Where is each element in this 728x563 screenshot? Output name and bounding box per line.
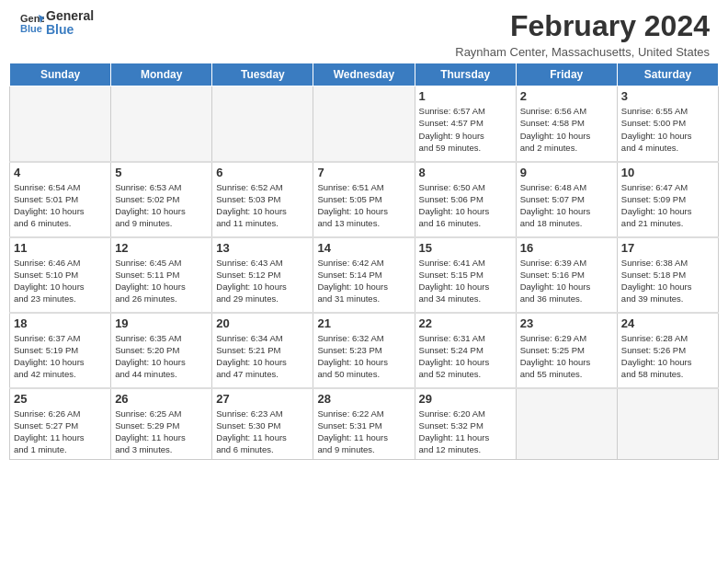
day-detail: Sunrise: 6:38 AMSunset: 5:18 PMDaylight:… <box>621 257 714 305</box>
calendar-cell: 12Sunrise: 6:45 AMSunset: 5:11 PMDayligh… <box>111 237 212 313</box>
day-detail: Sunrise: 6:53 AMSunset: 5:02 PMDaylight:… <box>115 181 208 230</box>
day-detail: Sunrise: 6:46 AMSunset: 5:10 PMDaylight:… <box>14 257 107 305</box>
day-header-monday: Monday <box>111 63 212 86</box>
day-detail: Sunrise: 6:52 AMSunset: 5:03 PMDaylight:… <box>216 181 309 230</box>
week-row-4: 25Sunrise: 6:26 AMSunset: 5:27 PMDayligh… <box>10 388 719 460</box>
day-detail: Sunrise: 6:50 AMSunset: 5:06 PMDaylight:… <box>419 181 512 230</box>
calendar-cell <box>516 388 617 460</box>
day-header-friday: Friday <box>516 63 617 86</box>
calendar-cell: 14Sunrise: 6:42 AMSunset: 5:14 PMDayligh… <box>313 237 415 313</box>
day-header-thursday: Thursday <box>415 63 516 86</box>
calendar-cell: 29Sunrise: 6:20 AMSunset: 5:32 PMDayligh… <box>415 388 516 460</box>
calendar-cell: 18Sunrise: 6:37 AMSunset: 5:19 PMDayligh… <box>10 313 111 388</box>
month-title: February 2024 <box>455 9 710 43</box>
calendar-cell: 20Sunrise: 6:34 AMSunset: 5:21 PMDayligh… <box>212 313 313 388</box>
day-detail: Sunrise: 6:55 AMSunset: 5:00 PMDaylight:… <box>621 105 714 154</box>
calendar-cell: 2Sunrise: 6:56 AMSunset: 4:58 PMDaylight… <box>516 86 617 162</box>
day-number: 6 <box>216 166 309 179</box>
calendar-cell: 9Sunrise: 6:48 AMSunset: 5:07 PMDaylight… <box>516 162 617 237</box>
calendar-cell: 3Sunrise: 6:55 AMSunset: 5:00 PMDaylight… <box>617 86 718 162</box>
calendar-cell: 27Sunrise: 6:23 AMSunset: 5:30 PMDayligh… <box>212 388 313 460</box>
calendar-cell <box>313 86 415 162</box>
logo-icon: General Blue <box>18 10 44 36</box>
day-detail: Sunrise: 6:48 AMSunset: 5:07 PMDaylight:… <box>520 181 613 230</box>
day-number: 25 <box>14 392 107 406</box>
calendar-cell: 23Sunrise: 6:29 AMSunset: 5:25 PMDayligh… <box>516 313 617 388</box>
day-number: 11 <box>14 241 107 255</box>
week-row-0: 1Sunrise: 6:57 AMSunset: 4:57 PMDaylight… <box>10 86 719 162</box>
calendar-cell: 13Sunrise: 6:43 AMSunset: 5:12 PMDayligh… <box>212 237 313 313</box>
day-detail: Sunrise: 6:39 AMSunset: 5:16 PMDaylight:… <box>520 257 613 305</box>
calendar-table: SundayMondayTuesdayWednesdayThursdayFrid… <box>9 63 719 460</box>
day-number: 23 <box>520 316 613 330</box>
day-detail: Sunrise: 6:20 AMSunset: 5:32 PMDaylight:… <box>419 408 512 456</box>
calendar-cell: 28Sunrise: 6:22 AMSunset: 5:31 PMDayligh… <box>313 388 415 460</box>
calendar-cell: 15Sunrise: 6:41 AMSunset: 5:15 PMDayligh… <box>415 237 516 313</box>
day-number: 27 <box>216 392 309 406</box>
day-detail: Sunrise: 6:41 AMSunset: 5:15 PMDaylight:… <box>419 257 512 305</box>
day-number: 21 <box>317 316 410 330</box>
calendar-cell: 1Sunrise: 6:57 AMSunset: 4:57 PMDaylight… <box>415 86 516 162</box>
day-detail: Sunrise: 6:31 AMSunset: 5:24 PMDaylight:… <box>419 332 512 381</box>
calendar-cell: 25Sunrise: 6:26 AMSunset: 5:27 PMDayligh… <box>10 388 111 460</box>
day-number: 13 <box>216 241 309 255</box>
calendar-cell: 22Sunrise: 6:31 AMSunset: 5:24 PMDayligh… <box>415 313 516 388</box>
day-number: 20 <box>216 316 309 330</box>
day-detail: Sunrise: 6:26 AMSunset: 5:27 PMDaylight:… <box>14 408 107 456</box>
day-detail: Sunrise: 6:28 AMSunset: 5:26 PMDaylight:… <box>621 332 714 381</box>
calendar-body: 1Sunrise: 6:57 AMSunset: 4:57 PMDaylight… <box>10 86 719 460</box>
day-detail: Sunrise: 6:23 AMSunset: 5:30 PMDaylight:… <box>216 408 309 456</box>
day-detail: Sunrise: 6:34 AMSunset: 5:21 PMDaylight:… <box>216 332 309 381</box>
logo-general: General <box>46 9 94 23</box>
calendar-cell <box>212 86 313 162</box>
day-number: 9 <box>520 166 613 179</box>
day-number: 28 <box>317 392 410 406</box>
day-detail: Sunrise: 6:51 AMSunset: 5:05 PMDaylight:… <box>317 181 410 230</box>
day-number: 24 <box>621 316 714 330</box>
day-detail: Sunrise: 6:42 AMSunset: 5:14 PMDaylight:… <box>317 257 410 305</box>
calendar-cell: 21Sunrise: 6:32 AMSunset: 5:23 PMDayligh… <box>313 313 415 388</box>
calendar-cell <box>111 86 212 162</box>
calendar-cell: 11Sunrise: 6:46 AMSunset: 5:10 PMDayligh… <box>10 237 111 313</box>
day-number: 3 <box>621 89 714 103</box>
day-number: 17 <box>621 241 714 255</box>
day-detail: Sunrise: 6:29 AMSunset: 5:25 PMDaylight:… <box>520 332 613 381</box>
day-header-sunday: Sunday <box>10 63 111 86</box>
day-number: 10 <box>621 166 714 179</box>
calendar-cell <box>617 388 718 460</box>
day-number: 22 <box>419 316 512 330</box>
day-header-wednesday: Wednesday <box>313 63 415 86</box>
day-detail: Sunrise: 6:35 AMSunset: 5:20 PMDaylight:… <box>115 332 208 381</box>
day-number: 4 <box>14 166 107 179</box>
calendar: SundayMondayTuesdayWednesdayThursdayFrid… <box>0 63 728 465</box>
day-detail: Sunrise: 6:56 AMSunset: 4:58 PMDaylight:… <box>520 105 613 154</box>
calendar-cell: 7Sunrise: 6:51 AMSunset: 5:05 PMDaylight… <box>313 162 415 237</box>
day-number: 1 <box>419 89 512 103</box>
header: General Blue General Blue February 2024 … <box>0 0 728 63</box>
day-number: 5 <box>115 166 208 179</box>
day-number: 12 <box>115 241 208 255</box>
calendar-cell: 10Sunrise: 6:47 AMSunset: 5:09 PMDayligh… <box>617 162 718 237</box>
day-header-tuesday: Tuesday <box>212 63 313 86</box>
calendar-cell: 6Sunrise: 6:52 AMSunset: 5:03 PMDaylight… <box>212 162 313 237</box>
svg-text:Blue: Blue <box>20 23 42 34</box>
day-detail: Sunrise: 6:32 AMSunset: 5:23 PMDaylight:… <box>317 332 410 381</box>
day-number: 2 <box>520 89 613 103</box>
calendar-header: SundayMondayTuesdayWednesdayThursdayFrid… <box>10 63 719 86</box>
day-detail: Sunrise: 6:22 AMSunset: 5:31 PMDaylight:… <box>317 408 410 456</box>
title-area: February 2024 Raynham Center, Massachuse… <box>455 9 710 59</box>
day-number: 29 <box>419 392 512 406</box>
calendar-cell: 17Sunrise: 6:38 AMSunset: 5:18 PMDayligh… <box>617 237 718 313</box>
logo-blue: Blue <box>46 23 94 37</box>
calendar-cell: 5Sunrise: 6:53 AMSunset: 5:02 PMDaylight… <box>111 162 212 237</box>
calendar-cell: 24Sunrise: 6:28 AMSunset: 5:26 PMDayligh… <box>617 313 718 388</box>
week-row-3: 18Sunrise: 6:37 AMSunset: 5:19 PMDayligh… <box>10 313 719 388</box>
day-detail: Sunrise: 6:37 AMSunset: 5:19 PMDaylight:… <box>14 332 107 381</box>
day-number: 7 <box>317 166 410 179</box>
day-detail: Sunrise: 6:43 AMSunset: 5:12 PMDaylight:… <box>216 257 309 305</box>
calendar-cell: 16Sunrise: 6:39 AMSunset: 5:16 PMDayligh… <box>516 237 617 313</box>
day-number: 8 <box>419 166 512 179</box>
day-number: 16 <box>520 241 613 255</box>
week-row-1: 4Sunrise: 6:54 AMSunset: 5:01 PMDaylight… <box>10 162 719 237</box>
day-number: 18 <box>14 316 107 330</box>
